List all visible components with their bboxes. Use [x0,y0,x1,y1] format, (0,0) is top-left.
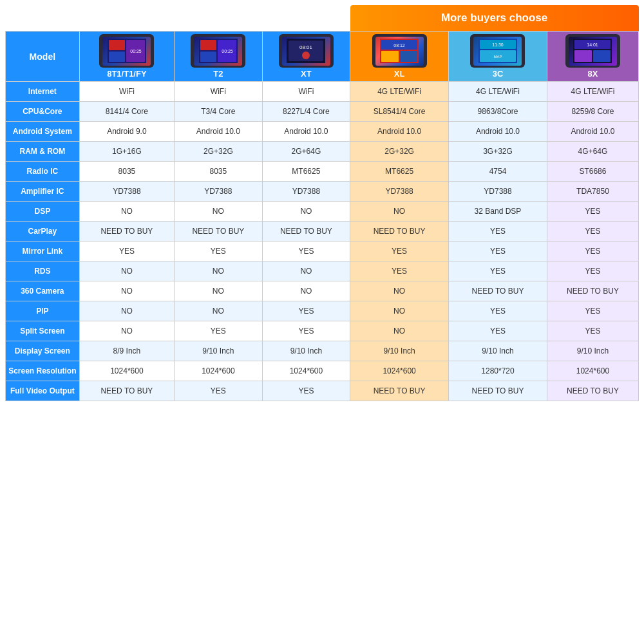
col-header-xt: 08:01 XT [262,32,350,82]
row-label-2: Android System [6,122,80,142]
cell-r5-c0: YD7388 [79,182,174,202]
cell-r11-c4: YES [449,301,547,321]
data-row: Display Screen8/9 Inch9/10 Inch9/10 Inch… [6,341,639,361]
cell-r8-c1: YES [175,242,263,261]
row-label-11: PIP [6,301,80,321]
cell-r8-c0: YES [79,242,174,261]
device-img-8x: 14:01 [565,34,620,68]
cell-r8-c5: YES [547,242,638,261]
cell-r12-c0: NO [79,321,174,341]
cell-r10-c0: NO [79,281,174,301]
data-row: CPU&Core8141/4 CoreT3/4 Core8227L/4 Core… [6,102,639,122]
cell-r6-c4: 32 Band DSP [449,202,547,222]
cell-r12-c4: YES [449,321,547,341]
cell-r1-c2: 8227L/4 Core [262,102,350,122]
cell-r9-c1: NO [175,261,263,281]
more-buyers-row: More buyers choose [6,5,639,32]
cell-r9-c3: YES [350,261,449,281]
model-name-t2: T2 [177,69,260,79]
cell-r0-c0: WiFi [79,82,174,102]
cell-r8-c4: YES [449,242,547,261]
row-label-5: Amplifier IC [6,182,80,202]
cell-r4-c4: 4754 [449,162,547,182]
cell-r4-c1: 8035 [175,162,263,182]
cell-r7-c3: NEED TO BUY [350,222,449,242]
cell-r14-c4: 1280*720 [449,361,547,381]
cell-r4-c0: 8035 [79,162,174,182]
cell-r4-c3: MT6625 [350,162,449,182]
row-label-3: RAM & ROM [6,142,80,162]
cell-r2-c4: Android 10.0 [449,122,547,142]
col-header-8t1: 00:25 8T1/T1/FY [79,32,174,82]
svg-text:MAP: MAP [493,55,502,59]
svg-rect-2 [109,52,125,62]
row-label-4: Radio IC [6,162,80,182]
model-name-3c: 3C [451,69,544,79]
cell-r12-c1: YES [175,321,263,341]
col-header-3c: 11:30 MAP 3C [449,32,547,82]
cell-r11-c5: YES [547,301,638,321]
data-row: Mirror LinkYESYESYESYESYESYES [6,242,639,261]
model-name-xt: XT [265,69,348,79]
cell-r13-c4: 9/10 Inch [449,341,547,361]
data-row: Android SystemAndroid 9.0Android 10.0And… [6,122,639,142]
model-name-8t1: 8T1/T1/FY [82,69,171,79]
row-label-8: Mirror Link [6,242,80,261]
row-label-13: Display Screen [6,341,80,361]
cell-r4-c5: ST6686 [547,162,638,182]
data-row: Screen Resolution1024*6001024*6001024*60… [6,361,639,381]
data-row: Full Video OutputNEED TO BUYYESYESNEED T… [6,381,639,401]
cell-r2-c1: Android 10.0 [175,122,263,142]
cell-r6-c0: NO [79,202,174,222]
cell-r15-c2: YES [262,381,350,401]
cell-r6-c5: YES [547,202,638,222]
cell-r11-c1: NO [175,301,263,321]
cell-r5-c4: YD7388 [449,182,547,202]
cell-r7-c1: NEED TO BUY [175,222,263,242]
cell-r12-c2: YES [262,321,350,341]
cell-r3-c3: 2G+32G [350,142,449,162]
cell-r10-c3: NO [350,281,449,301]
svg-text:00:25: 00:25 [222,49,233,53]
device-img-xt: 08:01 [279,34,334,68]
more-buyers-banner: More buyers choose [350,5,639,31]
cell-r15-c5: NEED TO BUY [547,381,638,401]
device-img-xl: 08:12 [372,34,427,68]
svg-text:14:01: 14:01 [587,43,599,47]
cell-r7-c4: YES [449,222,547,242]
cell-r6-c3: NO [350,202,449,222]
svg-text:11:30: 11:30 [492,43,504,47]
svg-rect-17 [400,51,417,62]
data-row: 360 CameraNONONONONEED TO BUYNEED TO BUY [6,281,639,301]
cell-r5-c5: TDA7850 [547,182,638,202]
cell-r3-c0: 1G+16G [79,142,174,162]
cell-r5-c3: YD7388 [350,182,449,202]
cell-r11-c2: YES [262,301,350,321]
cell-r13-c1: 9/10 Inch [175,341,263,361]
cell-r1-c4: 9863/8Core [449,102,547,122]
svg-text:08:12: 08:12 [393,43,405,48]
cell-r9-c4: YES [449,261,547,281]
data-row: RAM & ROM1G+16G2G+32G2G+64G2G+32G3G+32G4… [6,142,639,162]
model-name-xl: XL [353,69,446,79]
row-label-14: Screen Resolution [6,361,80,381]
cell-r3-c4: 3G+32G [449,142,547,162]
cell-r3-c5: 4G+64G [547,142,638,162]
cell-r13-c5: 9/10 Inch [547,341,638,361]
row-label-6: DSP [6,202,80,222]
row-label-1: CPU&Core [6,102,80,122]
cell-r13-c2: 9/10 Inch [262,341,350,361]
svg-rect-1 [109,40,125,50]
cell-r0-c3: 4G LTE/WiFi [350,82,449,102]
cell-r9-c0: NO [79,261,174,281]
cell-r6-c2: NO [262,202,350,222]
svg-rect-6 [200,40,216,50]
cell-r2-c3: Android 10.0 [350,122,449,142]
cell-r14-c2: 1024*600 [262,361,350,381]
cell-r14-c3: 1024*600 [350,361,449,381]
data-row: Amplifier ICYD7388YD7388YD7388YD7388YD73… [6,182,639,202]
row-label-9: RDS [6,261,80,281]
cell-r11-c0: NO [79,301,174,321]
cell-r9-c5: YES [547,261,638,281]
cell-r7-c2: NEED TO BUY [262,222,350,242]
